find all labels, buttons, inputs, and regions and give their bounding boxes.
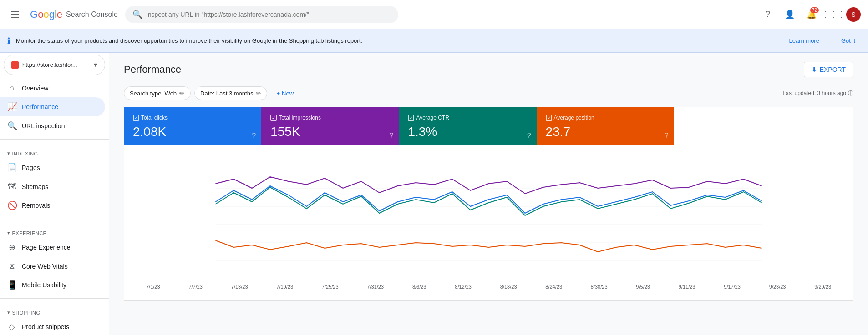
apps-button[interactable]: ⋮⋮⋮: [824, 5, 843, 24]
sidebar-item-pages[interactable]: 📄 Pages: [0, 158, 105, 177]
performance-chart: [135, 152, 842, 279]
search-console-insights-button[interactable]: 👤: [781, 5, 799, 24]
metric-label-clicks: Total clicks: [133, 115, 252, 121]
search-input[interactable]: [146, 11, 391, 18]
learn-more-link[interactable]: Learn more: [789, 37, 819, 44]
x-label: 9/23/23: [769, 284, 786, 290]
google-logo[interactable]: Google Search Console: [30, 9, 118, 20]
edit-icon: ✏: [256, 90, 261, 97]
date-filter[interactable]: Date: Last 3 months ✏: [194, 86, 267, 100]
x-label: 7/19/23: [276, 284, 293, 290]
sidebar-item-url-inspection[interactable]: 🔍 URL inspection: [0, 116, 105, 135]
impressions-checkbox[interactable]: [270, 115, 277, 121]
sidebar-item-label: Sitemaps: [22, 183, 48, 190]
nav-icons: ? 👤 🔔 72 ⋮⋮⋮ S: [759, 5, 861, 24]
removals-icon: 🚫: [7, 200, 16, 210]
notification-badge: 72: [810, 7, 819, 13]
mobile-icon: 📱: [7, 280, 16, 290]
sidebar-item-removals[interactable]: 🚫 Removals: [0, 196, 105, 215]
x-label: 8/18/23: [500, 284, 517, 290]
help-icon-position[interactable]: ?: [665, 132, 669, 140]
insights-icon: 👤: [785, 10, 795, 20]
nav-divider-2: [0, 219, 109, 219]
x-axis-labels: 7/1/23 7/7/23 7/13/23 7/19/23 7/25/23 7/…: [135, 280, 842, 290]
metric-value-impressions: 155K: [270, 125, 390, 139]
metric-card-impressions[interactable]: Total impressions 155K ?: [261, 107, 399, 145]
ctr-checkbox[interactable]: [408, 115, 414, 121]
help-icon: ?: [766, 10, 770, 19]
metric-label-impressions: Total impressions: [270, 115, 390, 121]
notifications-button[interactable]: 🔔 72: [802, 5, 821, 24]
sidebar-item-label: Removals: [22, 202, 50, 209]
sidebar-item-label: Pages: [22, 164, 40, 171]
sidebar-item-core-web-vitals[interactable]: ⧖ Core Web Vitals: [0, 257, 105, 275]
nav-divider-1: [0, 139, 109, 140]
search-bar: 🔍: [125, 6, 398, 23]
site-selector[interactable]: https://store.lashfor... ▾: [4, 55, 105, 75]
help-button[interactable]: ?: [759, 5, 777, 24]
site-favicon: [11, 61, 19, 69]
info-banner: ℹ Monitor the status of your products an…: [0, 29, 868, 53]
top-nav: Google Search Console 🔍 ? 👤 🔔 72 ⋮⋮⋮ S: [0, 0, 868, 29]
shopping-section-label[interactable]: ▾ Shopping: [0, 302, 109, 317]
x-label: 8/6/23: [412, 284, 426, 290]
x-label: 9/29/23: [814, 284, 831, 290]
sidebar-item-mobile-usability[interactable]: 📱 Mobile Usability: [0, 275, 105, 295]
metric-label-ctr: Average CTR: [408, 115, 527, 121]
sidebar-item-page-experience[interactable]: ⊕ Page Experience: [0, 238, 105, 257]
add-filter-button[interactable]: + New: [271, 87, 299, 100]
metric-value-ctr: 1.3%: [408, 125, 527, 139]
export-button[interactable]: ⬇ EXPORT: [804, 62, 853, 77]
clicks-checkbox[interactable]: [133, 115, 139, 121]
got-it-button[interactable]: Got it: [836, 35, 861, 47]
sidebar-item-label: URL inspection: [22, 122, 65, 130]
performance-icon: 📈: [7, 102, 16, 112]
user-avatar[interactable]: S: [846, 7, 861, 22]
help-icon-ctr[interactable]: ?: [527, 132, 531, 140]
x-label: 9/11/23: [679, 284, 695, 290]
sidebar-item-performance[interactable]: 📈 Performance: [0, 97, 105, 116]
help-icon-impressions[interactable]: ?: [389, 132, 393, 140]
metric-card-clicks[interactable]: Total clicks 2.08K ?: [124, 107, 261, 145]
indexing-section-label[interactable]: ▾ Indexing: [0, 143, 109, 158]
sidebar-item-overview[interactable]: ⌂ Overview: [0, 79, 105, 97]
info-icon[interactable]: ⓘ: [848, 90, 853, 97]
info-icon: ℹ: [7, 36, 10, 46]
site-url: https://store.lashfor...: [22, 61, 90, 68]
metric-card-position[interactable]: Average position 23.7 ?: [537, 107, 674, 145]
snippets-icon: ◇: [7, 322, 16, 332]
sidebar-item-sitemaps[interactable]: 🗺 Sitemaps: [0, 177, 105, 196]
nav-divider-3: [0, 298, 109, 299]
product-name: Search Console: [66, 10, 118, 19]
x-label: 7/7/23: [188, 284, 203, 290]
x-label: 7/31/23: [367, 284, 384, 290]
x-label: 8/12/23: [455, 284, 472, 290]
sidebar: https://store.lashfor... ▾ ⌂ Overview 📈 …: [0, 51, 109, 335]
metric-label-position: Average position: [546, 115, 665, 121]
position-line: [216, 240, 762, 252]
search-type-filter[interactable]: Search type: Web ✏: [124, 86, 191, 100]
filters-bar: Search type: Web ✏ Date: Last 3 months ✏…: [124, 86, 853, 100]
experience-section-label[interactable]: ▾ Experience: [0, 223, 109, 238]
sitemaps-icon: 🗺: [7, 182, 16, 191]
ctr-line: [216, 187, 762, 215]
main-content: Performance ⬇ EXPORT Search type: Web ✏ …: [109, 51, 868, 335]
sidebar-item-label: Performance: [22, 103, 58, 110]
apps-icon: ⋮⋮⋮: [821, 10, 846, 20]
sidebar-item-label: Core Web Vitals: [22, 263, 68, 270]
pages-icon: 📄: [7, 163, 16, 173]
chevron-down-icon: ▾: [7, 310, 10, 315]
metric-card-ctr[interactable]: Average CTR 1.3% ?: [399, 107, 536, 145]
banner-text: Monitor the status of your products and …: [16, 37, 783, 44]
sidebar-item-label: Mobile Usability: [22, 281, 66, 289]
help-icon-clicks[interactable]: ?: [252, 132, 256, 140]
x-label: 9/5/23: [636, 284, 650, 290]
clicks-line: [216, 186, 762, 213]
sidebar-item-label: Overview: [22, 85, 48, 92]
sidebar-item-product-snippets[interactable]: ◇ Product snippets: [0, 317, 105, 335]
filter-label: Search type: Web: [130, 90, 177, 97]
x-label: 7/13/23: [231, 284, 248, 290]
chevron-down-icon: ▾: [7, 230, 10, 236]
position-checkbox[interactable]: [546, 115, 552, 121]
hamburger-menu[interactable]: [7, 8, 23, 21]
